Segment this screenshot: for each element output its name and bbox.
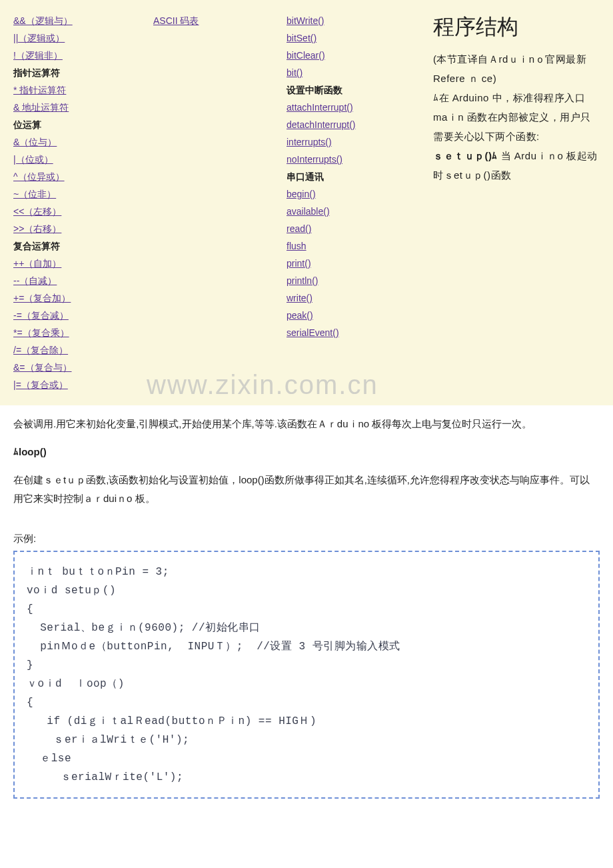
link-logical-or[interactable]: ||（逻辑或） (13, 29, 153, 47)
link-print[interactable]: print() (287, 255, 433, 272)
column-2: ASCII 码表 (153, 12, 287, 393)
link-flush[interactable]: flush (287, 237, 433, 255)
link-mul-assign[interactable]: *=（复合乘） (13, 324, 153, 341)
link-dec[interactable]: --（自减） (13, 272, 153, 289)
link-peak[interactable]: peak() (287, 307, 433, 324)
side-setup-line: ｓｅｔｕｐ()ﾑ 当 Arduｉｎo 板起动时ｓetｕｐ()函数 (433, 146, 600, 185)
link-write[interactable]: write() (287, 289, 433, 307)
link-attachinterrupt[interactable]: attachInterrupt() (287, 99, 433, 116)
link-ascii-table[interactable]: ASCII 码表 (153, 12, 287, 29)
setup-label: ｓｅｔｕｐ()ﾑ (433, 150, 498, 161)
link-println[interactable]: println() (287, 272, 433, 289)
link-nointerrupts[interactable]: noInterrupts() (287, 151, 433, 168)
link-logical-and[interactable]: &&（逻辑与） (13, 12, 153, 29)
link-bit-not[interactable]: ~（位非） (13, 185, 153, 203)
link-deref[interactable]: * 指针运算符 (13, 81, 153, 99)
link-shift-right[interactable]: >>（右移） (13, 220, 153, 237)
link-shift-left[interactable]: <<（左移） (13, 203, 153, 220)
link-detachinterrupt[interactable]: detachInterrupt() (287, 116, 433, 133)
link-bitclear[interactable]: bitClear() (287, 47, 433, 64)
link-div-assign[interactable]: /=（复合除） (13, 341, 153, 359)
link-inc[interactable]: ++（自加） (13, 255, 153, 272)
side-intro-1: (本节直译自Ａrdｕｉnｏ官网最新Refere ｎ ce) (433, 49, 600, 88)
column-4-side-text: 程序结构 (本节直译自Ａrdｕｉnｏ官网最新Refere ｎ ce) ﾑ在 Ar… (433, 12, 600, 393)
link-available[interactable]: available() (287, 203, 433, 220)
side-title: 程序结构 (433, 12, 600, 41)
link-add-assign[interactable]: +=（复合加） (13, 289, 153, 307)
link-bit-and[interactable]: &（位与） (13, 133, 153, 151)
highlighted-columns: &&（逻辑与） ||（逻辑或） !（逻辑非） 指针运算符 * 指针运算符 & 地… (0, 0, 613, 405)
link-bit[interactable]: bit() (287, 64, 433, 81)
paragraph-setup-cont: 会被调用.用它来初始化变量,引脚模式,开始使用某个库,等等.该函数在Ａｒduｉn… (13, 415, 600, 433)
link-sub-assign[interactable]: -=（复合减） (13, 307, 153, 324)
link-read[interactable]: read() (287, 220, 433, 237)
link-interrupts[interactable]: interrupts() (287, 133, 433, 151)
header-interrupt: 设置中断函数 (287, 81, 433, 99)
header-bit-ops: 位运算 (13, 116, 153, 133)
link-bitset[interactable]: bitSet() (287, 29, 433, 47)
link-bit-or[interactable]: |（位或） (13, 151, 153, 168)
link-serialevent[interactable]: serialEvent() (287, 324, 433, 341)
header-compound-ops: 复合运算符 (13, 237, 153, 255)
body-content: 会被调用.用它来初始化变量,引脚模式,开始使用某个库,等等.该函数在Ａｒduｉn… (0, 405, 613, 529)
link-or-assign[interactable]: |=（复合或） (13, 376, 153, 393)
link-and-assign[interactable]: &=（复合与） (13, 359, 153, 376)
header-pointer-ops: 指针运算符 (13, 64, 153, 81)
header-serial: 串口通讯 (287, 168, 433, 185)
paragraph-loop: 在创建ｓｅtｕｐ函数,该函数初始化与设置初始值，loop()函数所做事得正如其名… (13, 471, 600, 508)
column-1: &&（逻辑与） ||（逻辑或） !（逻辑非） 指针运算符 * 指针运算符 & 地… (13, 12, 153, 393)
link-begin[interactable]: begin() (287, 185, 433, 203)
link-bitwrite[interactable]: bitWrite() (287, 12, 433, 29)
heading-loop: ﾑloop() (13, 443, 600, 461)
code-example: ｉnｔ buｔｔoｎPin = 3; voｉd setuｐ() { Serial… (13, 551, 600, 799)
link-bit-xor[interactable]: ^（位异或） (13, 168, 153, 185)
column-3: bitWrite() bitSet() bitClear() bit() 设置中… (287, 12, 433, 393)
link-logical-not[interactable]: !（逻辑非） (13, 47, 153, 64)
example-label: 示例: (0, 529, 613, 548)
link-addr[interactable]: & 地址运算符 (13, 99, 153, 116)
side-intro-2: ﾑ在 Arduino 中，标准得程序入口 maｉn 函数在内部被定义，用户只需要… (433, 88, 600, 146)
